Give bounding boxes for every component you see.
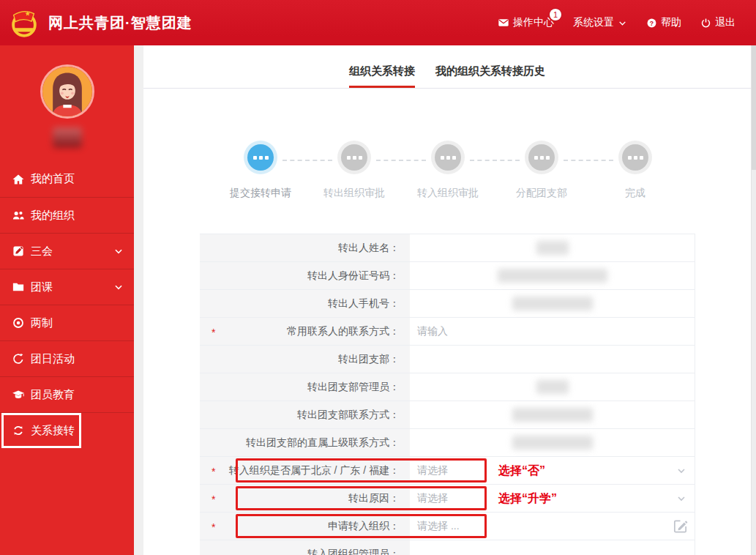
edit-note-icon	[12, 245, 25, 258]
form-row: * 常用联系人的联系方式： 请输入	[200, 318, 695, 346]
field-label: 转入组织是否属于北京 / 广东 / 福建：	[200, 464, 410, 477]
step-label: 提交接转申请	[214, 187, 307, 200]
form-row: * 转出人手机号：	[200, 290, 695, 318]
sidebar-item-label: 两制	[31, 316, 53, 330]
field-label: 转入团组织管理员：	[200, 548, 410, 555]
step-indicator	[247, 144, 274, 171]
chevron-down-icon	[618, 18, 627, 28]
required-asterisk: *	[212, 327, 215, 338]
field-label-cell: * 转入组织是否属于北京 / 广东 / 福建：	[200, 457, 410, 484]
step-indicator	[435, 144, 461, 171]
field-label: 常用联系人的联系方式：	[200, 325, 410, 338]
step-indicator	[341, 144, 367, 171]
field-value-cell	[410, 429, 695, 456]
field-label: 转出团支部：	[200, 353, 410, 366]
scrollbar-thumb[interactable]	[752, 45, 756, 170]
field-label-cell: * 申请转入组织：	[200, 513, 410, 540]
sidebar-item-transfer[interactable]: 关系接转	[0, 412, 134, 448]
required-asterisk: *	[212, 466, 215, 477]
system-settings-label: 系统设置	[573, 16, 614, 29]
field-label: 转出团支部的直属上级联系方式：	[200, 436, 410, 450]
redacted-user-name	[53, 127, 82, 148]
form-row: * 申请转入组织： 请选择 ...	[200, 513, 695, 540]
sidebar-item-label: 团课	[31, 280, 53, 294]
step: 提交接转申请	[214, 141, 307, 200]
sidebar-item-education[interactable]: 团员教育	[0, 376, 134, 412]
sidebar-item-label: 我的首页	[31, 172, 75, 186]
step-label: 转入组织审批	[401, 187, 495, 200]
logout-link[interactable]: 退出	[700, 16, 736, 29]
league-emblem-logo	[7, 6, 41, 40]
required-asterisk: *	[212, 493, 215, 505]
field-label-cell: * 转出原因：	[200, 485, 410, 512]
redacted-value	[512, 408, 593, 422]
step-label: 分配团支部	[495, 187, 588, 200]
mail-icon	[498, 17, 509, 29]
redacted-value	[512, 297, 593, 310]
field-value-cell	[410, 346, 695, 373]
power-icon	[700, 18, 711, 29]
system-settings-menu[interactable]: 系统设置	[573, 16, 627, 29]
sidebar-item-organization[interactable]: 我的组织	[0, 197, 134, 233]
redacted-value	[498, 269, 607, 283]
step-label: 转出组织审批	[307, 187, 401, 200]
form-row: * 转出团支部联系方式：	[200, 401, 695, 429]
help-icon	[646, 18, 657, 29]
form-row: * 转入组织是否属于北京 / 广东 / 福建： 请选择 选择“否”	[200, 457, 695, 485]
sidebar-item-label: 关系接转	[31, 424, 75, 438]
help-link[interactable]: 帮助	[646, 16, 681, 29]
chevron-down-icon[interactable]	[675, 465, 687, 477]
scrollbar[interactable]	[751, 45, 756, 555]
step: 转出组织审批	[307, 141, 401, 200]
sidebar-item-liangzhi[interactable]: 两制	[0, 305, 134, 340]
field-label: 转出人姓名：	[200, 242, 410, 255]
sidebar-item-home[interactable]: 我的首页	[0, 161, 134, 197]
field-placeholder[interactable]: 请输入	[410, 325, 448, 338]
form-row: * 转入团组织管理员：	[200, 540, 695, 555]
tab-history[interactable]: 我的组织关系转接历史	[435, 64, 545, 88]
field-label-cell: * 转出人手机号：	[200, 290, 410, 317]
field-label: 转出团支部管理员：	[200, 381, 410, 394]
sidebar-item-label: 团员教育	[31, 388, 75, 402]
tabs-bar: 组织关系转接我的组织关系转接历史	[143, 45, 751, 89]
sidebar-gutter	[134, 45, 143, 555]
annotation-text: 选择“否”	[498, 463, 545, 479]
operation-center-link[interactable]: 操作中心 1	[498, 16, 554, 29]
step: 分配团支部	[495, 141, 588, 200]
tab-label: 我的组织关系转接历史	[435, 64, 545, 77]
form-row: * 转出团支部的直属上级联系方式：	[200, 429, 695, 457]
user-avatar[interactable]	[40, 64, 94, 119]
transfer-icon	[12, 424, 25, 437]
sidebar-item-activities[interactable]: 团日活动	[0, 340, 134, 376]
app-title: 网上共青团·智慧团建	[48, 13, 192, 33]
chevron-down-icon[interactable]	[675, 493, 687, 504]
field-label-cell: * 转出人姓名：	[200, 234, 410, 261]
field-placeholder[interactable]: 请选择	[410, 464, 448, 477]
sidebar-item-label: 团日活动	[31, 352, 75, 366]
field-value-cell: 请选择	[410, 457, 695, 484]
field-placeholder[interactable]: 请选择	[410, 492, 448, 505]
field-value-cell	[410, 262, 695, 289]
field-label-cell: * 转出团支部联系方式：	[200, 401, 410, 428]
sidebar-item-tuanke[interactable]: 团课	[0, 269, 134, 305]
field-label: 转出团支部联系方式：	[200, 409, 410, 422]
field-label: 转出原因：	[200, 492, 410, 505]
field-value-cell	[410, 373, 695, 401]
home-icon	[12, 173, 25, 186]
logout-label: 退出	[715, 16, 736, 29]
app-header: 网上共青团·智慧团建 操作中心 1 系统设置 帮助 退出	[0, 0, 756, 45]
redacted-value	[536, 380, 569, 394]
chevron-down-icon	[113, 246, 124, 256]
field-placeholder[interactable]: 请选择 ...	[410, 520, 460, 533]
field-value-cell	[410, 401, 695, 428]
tab-transfer[interactable]: 组织关系转接	[349, 64, 415, 88]
field-value-cell: 请输入	[410, 318, 695, 345]
field-label-cell: * 常用联系人的联系方式：	[200, 318, 410, 345]
field-label-cell: * 转出团支部：	[200, 346, 410, 373]
folder-icon	[12, 280, 25, 294]
sidebar-item-sanhui[interactable]: 三会	[0, 233, 134, 269]
side-menu: 我的首页 我的组织 三会 团课 两制 团日活动 团员教育 关系接转	[0, 161, 134, 448]
step: 转入组织审批	[401, 141, 495, 200]
transfer-form: * 转出人姓名： * 转出人身份证号码： * 转出人手机号：	[200, 234, 695, 555]
edit-icon[interactable]	[672, 518, 689, 534]
